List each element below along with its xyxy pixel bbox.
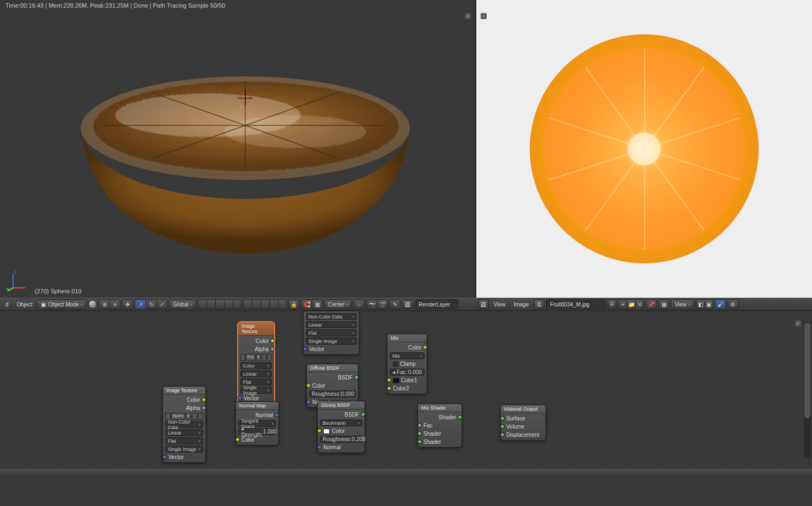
socket-shader[interactable]: Shader [420,414,459,421]
layer-btn[interactable] [260,299,269,309]
node-mix-shader[interactable]: Mix Shader Shader Fac Shader Shader [417,403,462,448]
blend-dropdown[interactable]: Mix [390,352,425,359]
orientation-dropdown[interactable]: Global [169,299,196,309]
layer-btn[interactable] [233,299,241,309]
proportional-toggle[interactable]: ○ [354,299,365,309]
editor-type-icon[interactable]: 🖼 [478,299,489,309]
socket-volume[interactable]: Volume [503,423,543,430]
snap-type[interactable]: ▦ [312,299,323,309]
layers-1-10[interactable] [198,299,241,309]
menu-object[interactable]: Object [14,299,36,309]
manipulate-toggle[interactable]: ✥ [122,299,133,309]
channel-rgb[interactable]: ▣ [705,299,713,309]
image-settings-icon[interactable]: ⚙ [728,299,738,309]
socket-vector[interactable]: Vector [306,346,357,353]
region-split-handle[interactable]: + [481,13,487,19]
socket-bsdf[interactable]: BSDF [309,374,356,381]
image-browse-icon[interactable]: 🖻 [534,299,544,309]
socket-displacement[interactable]: Displacement [503,431,543,438]
layer-btn[interactable] [215,299,224,309]
pin-icon[interactable]: 📌 [646,299,657,309]
socket-alpha[interactable]: Alpha [240,346,272,353]
projection-dropdown[interactable]: Flat [306,329,357,336]
extension-dropdown[interactable]: Single Image [240,387,272,394]
socket-alpha[interactable]: Alpha [165,405,203,412]
image-open-icon[interactable]: 📁 [627,299,635,309]
extension-dropdown[interactable]: Single Image [306,338,357,345]
image-unlink-icon[interactable]: ✕ [635,299,644,309]
socket-color[interactable]: Color [309,382,356,389]
image-editor-viewport[interactable]: + [476,0,812,298]
translate-manip[interactable]: ↗ [135,299,146,309]
extension-dropdown[interactable]: Single Image [165,445,203,453]
node-image-texture-top[interactable]: Non-Color Data Linear Flat Single Image … [303,311,360,355]
gpencil-icon[interactable]: ✎ [390,299,401,309]
layer-btn[interactable] [207,299,215,309]
colorspace-dropdown[interactable]: Non-Color Data [306,313,357,320]
channel-rgba[interactable]: ◧ [696,299,705,309]
mode-dropdown[interactable]: ▣Object Mode [37,299,87,309]
node-image-texture-normal[interactable]: Image Texture Color Alpha NormF Non-Colo… [162,386,206,463]
distribution-dropdown[interactable]: Beckmann [320,419,362,426]
socket-vector[interactable]: Vector [165,454,203,461]
region-split-handle[interactable]: + [795,321,801,327]
shading-dropdown[interactable] [88,300,97,309]
region-split-handle[interactable]: + [465,13,471,19]
socket-color[interactable]: Color [165,396,203,403]
socket-shader1[interactable]: Shader [420,430,459,437]
snap-toggle[interactable]: 🧲 [301,299,312,309]
image-new-icon[interactable]: + [618,299,627,309]
layer-btn[interactable] [243,299,252,309]
renderlayer-field[interactable]: RenderLayer [415,299,458,309]
interp-dropdown[interactable]: Linear [165,429,203,436]
socket-surface[interactable]: Surface [503,415,543,422]
socket-fac[interactable]: Fac [420,422,459,429]
interp-dropdown[interactable]: Linear [306,321,357,328]
projection-dropdown[interactable]: Flat [165,437,203,444]
roughness-field[interactable]: Roughness:0.000 [309,390,356,397]
socket-color[interactable]: Color [240,338,272,345]
roughness-field[interactable]: Roughness:0.208 [320,436,362,443]
rotate-manip[interactable]: ↻ [146,299,156,309]
clamp-checkbox[interactable]: Clamp [390,360,425,368]
socket-color[interactable]: Color [390,344,425,351]
layer-btn[interactable] [269,299,278,309]
socket-color[interactable]: Color [320,427,362,435]
menu-image[interactable]: Image [511,299,532,309]
node-normal-map[interactable]: Normal Map Normal Tangent Space ◂ Streng… [235,401,279,445]
lock-layers[interactable]: 🔒 [288,299,299,309]
pivot-icon[interactable]: ⊕ [99,299,110,309]
node-material-output[interactable]: Material Output Surface Volume Displacem… [500,405,546,441]
layer-btn[interactable] [278,299,287,309]
render-image-icon[interactable]: 📷 [366,299,377,309]
layer-btn[interactable] [224,299,233,309]
scale-manip[interactable]: ⤢ [156,299,167,309]
layer-btn[interactable] [252,299,260,309]
interp-dropdown[interactable]: Linear [240,370,272,377]
node-glossy-bsdf[interactable]: Glossy BSDF BSDF Beckmann Color Roughnes… [317,401,365,453]
menu-d[interactable]: d [2,299,12,309]
colorspace-dropdown[interactable]: Color [240,362,272,369]
socket-color2[interactable]: Color2 [390,385,425,392]
renderlayer-icon[interactable]: 🖼 [402,299,413,309]
node-image-texture-diffuse[interactable]: Image Texture Color Alpha FruF Color Lin… [238,322,275,404]
socket-shader2[interactable]: Shader [420,438,459,445]
view-mode-dropdown[interactable]: View [671,299,694,309]
layers-11-20[interactable] [243,299,287,309]
paint-toggle[interactable]: 🖌 [715,299,726,309]
socket-normal[interactable]: Normal [238,412,276,419]
layer-btn[interactable] [198,299,207,309]
image-datablock-row[interactable]: FruF [240,354,272,361]
strength-field[interactable]: ◂ Strength:1.000 [238,428,276,435]
colorspace-dropdown[interactable]: Non-Color Data [165,421,203,428]
fac-field[interactable]: ◂ Fac:0.000 [390,369,425,376]
socket-color1[interactable]: Color1 [390,377,425,384]
node-editor[interactable]: Non-Color Data Linear Flat Single Image … [0,311,812,469]
image-name-field[interactable]: Fruit0034_M.jpg [546,299,606,309]
node-mix-rgb[interactable]: Mix Color Mix Clamp ◂ Fac:0.000 Color1 C… [387,334,427,394]
pivot-icon2[interactable]: ≡ [110,299,120,309]
node-scrollbar[interactable] [804,322,811,458]
socket-color[interactable]: Color [238,436,276,443]
uv-icon[interactable]: ▦ [658,299,669,309]
3d-viewport[interactable]: Time:00:19.43 | Mem:228.26M, Peak:231.25… [0,0,476,298]
